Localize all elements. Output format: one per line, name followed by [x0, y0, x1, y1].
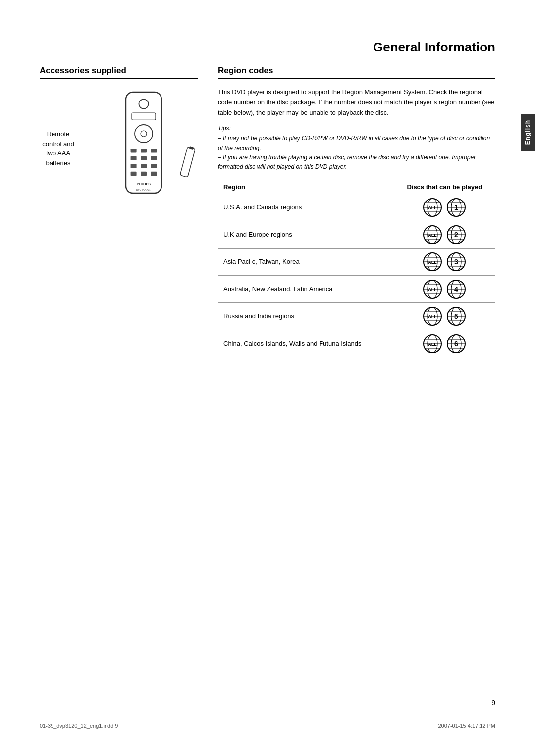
disc-icons-cell: ALL 5	[394, 303, 495, 330]
region-description: This DVD player is designed to support t…	[218, 87, 495, 118]
tips-line-1: – It may not be possible to play CD-R/RW…	[218, 134, 495, 152]
remote-control-image: PHILIPS DVD PLAYER	[114, 89, 173, 208]
number-globe-icon: 1	[446, 197, 467, 218]
col-region-header: Region	[218, 180, 394, 194]
all-globe-icon: ALL	[422, 279, 443, 300]
table-row: Australia, New Zealand, Latin America AL…	[218, 276, 495, 303]
number-globe-icon: 2	[446, 224, 467, 245]
svg-text:4: 4	[454, 285, 458, 293]
svg-text:PHILIPS: PHILIPS	[137, 182, 151, 186]
svg-text:2: 2	[454, 231, 458, 239]
all-globe-icon: ALL	[422, 306, 443, 327]
svg-rect-20	[189, 146, 194, 150]
region-table: Region Discs that can be played U.S.A. a…	[218, 180, 495, 357]
svg-text:ALL: ALL	[428, 233, 437, 238]
main-content: General Information Accessories supplied…	[40, 40, 495, 357]
accessories-content: Remote control and two AAA batteries	[40, 89, 198, 208]
svg-text:5: 5	[454, 312, 458, 320]
region-cell: China, Calcos Islands, Walls and Futuna …	[218, 330, 394, 357]
table-row: Asia Paci c, Taiwan, Korea ALL 3	[218, 249, 495, 276]
number-globe-icon: 6	[446, 333, 467, 354]
table-row: Russia and India regions ALL 5	[218, 303, 495, 330]
page-border-left	[30, 30, 30, 716]
number-globe-icon: 3	[446, 252, 467, 272]
region-codes-section: Region codes This DVD player is designed…	[218, 66, 495, 357]
remote-label: Remote control and two AAA batteries	[42, 129, 74, 168]
table-row: U.S.A. and Canada regions ALL 1	[218, 194, 495, 221]
all-globe-icon: ALL	[422, 197, 443, 218]
region-cell: Australia, New Zealand, Latin America	[218, 276, 394, 303]
number-globe-icon: 4	[446, 279, 467, 300]
svg-rect-10	[151, 156, 157, 160]
svg-point-4	[141, 131, 147, 137]
two-column-layout: Accessories supplied Remote control and …	[40, 66, 495, 357]
svg-text:3: 3	[454, 258, 458, 266]
svg-rect-11	[130, 164, 136, 168]
page-border-right	[505, 30, 505, 716]
svg-point-1	[139, 99, 148, 108]
tips-title: Tips:	[218, 125, 495, 132]
region-codes-heading: Region codes	[218, 66, 495, 79]
disc-icons-cell: ALL 6	[394, 330, 495, 357]
all-globe-icon: ALL	[422, 252, 443, 272]
svg-rect-16	[151, 172, 157, 176]
tips-line-2: – If you are having trouble playing a ce…	[218, 153, 495, 172]
svg-rect-14	[130, 172, 136, 176]
svg-rect-15	[141, 172, 147, 176]
svg-point-3	[135, 125, 153, 143]
page-number: 9	[491, 699, 495, 706]
col-discs-header: Discs that can be played	[394, 180, 495, 194]
remote-area: Remote control and two AAA batteries	[42, 89, 195, 208]
svg-rect-13	[151, 164, 157, 168]
table-row: China, Calcos Islands, Walls and Futuna …	[218, 330, 495, 357]
svg-rect-9	[141, 156, 147, 160]
page-border-top	[30, 30, 505, 30]
svg-rect-12	[141, 164, 147, 168]
svg-text:DVD PLAYER: DVD PLAYER	[136, 189, 152, 191]
region-cell: Russia and India regions	[218, 303, 394, 330]
svg-text:6: 6	[454, 340, 458, 348]
svg-text:ALL: ALL	[428, 260, 437, 265]
table-row: U.K and Europe regions ALL 2	[218, 221, 495, 249]
page-title: General Information	[40, 40, 495, 57]
svg-text:ALL: ALL	[428, 314, 437, 319]
svg-text:ALL: ALL	[428, 342, 437, 347]
svg-rect-5	[130, 149, 136, 152]
svg-rect-7	[151, 149, 157, 152]
region-cell: U.K and Europe regions	[218, 221, 394, 249]
accessories-section: Accessories supplied Remote control and …	[40, 66, 198, 357]
region-cell: U.S.A. and Canada regions	[218, 194, 394, 221]
svg-rect-8	[130, 156, 136, 160]
region-cell: Asia Paci c, Taiwan, Korea	[218, 249, 394, 276]
svg-text:1: 1	[454, 203, 458, 211]
footer: 01-39_dvp3120_12_eng1.indd 9 2007-01-15 …	[40, 723, 495, 729]
footer-right: 2007-01-15 4:17:12 PM	[438, 723, 495, 729]
all-globe-icon: ALL	[422, 333, 443, 354]
svg-rect-6	[141, 149, 147, 152]
svg-rect-19	[180, 147, 195, 177]
battery-image	[178, 146, 196, 181]
disc-icons-cell: ALL 3	[394, 249, 495, 276]
footer-left: 01-39_dvp3120_12_eng1.indd 9	[40, 723, 118, 729]
svg-rect-2	[132, 113, 156, 120]
number-globe-icon: 5	[446, 306, 467, 327]
tips-section: Tips: – It may not be possible to play C…	[218, 125, 495, 172]
accessories-heading: Accessories supplied	[40, 66, 198, 79]
disc-icons-cell: ALL 2	[394, 221, 495, 249]
page-border-bottom	[30, 716, 505, 716]
disc-icons-cell: ALL 1	[394, 194, 495, 221]
svg-text:ALL: ALL	[428, 287, 437, 292]
svg-text:ALL: ALL	[428, 205, 437, 210]
disc-icons-cell: ALL 4	[394, 276, 495, 303]
language-tab: English	[521, 114, 535, 151]
all-globe-icon: ALL	[422, 224, 443, 245]
